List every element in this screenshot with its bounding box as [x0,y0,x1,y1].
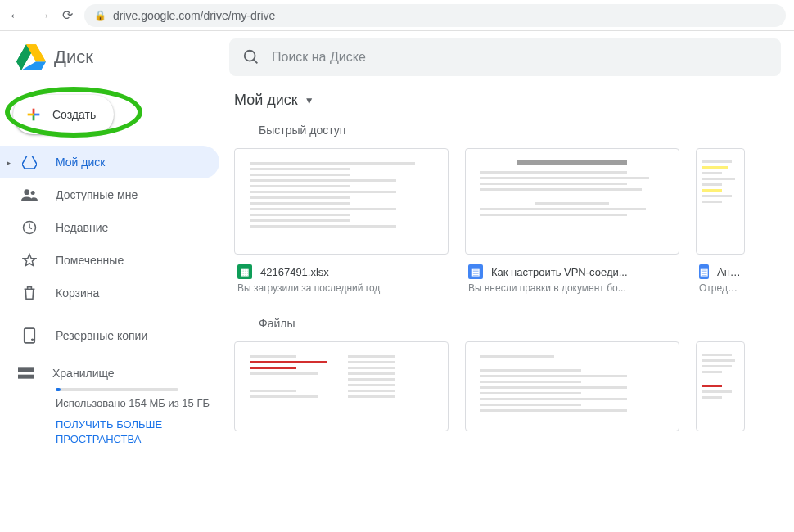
search-input[interactable]: Поиск на Диске [272,50,366,65]
sidebar: Создать ▸ Мой диск Доступные мне [0,83,229,532]
people-icon [21,188,38,201]
search-icon [242,48,260,66]
storage-section: Хранилище Использовано 154 МБ из 15 ГБ П… [0,362,229,448]
sidebar-item-shared[interactable]: Доступные мне [0,178,219,211]
expand-icon[interactable]: ▸ [7,158,11,167]
thumbnail [696,341,745,431]
sidebar-item-my-drive[interactable]: ▸ Мой диск [0,146,219,178]
reload-button[interactable]: ⟳ [62,7,73,23]
url-text: drive.google.com/drive/my-drive [113,9,275,22]
logo-area[interactable]: Диск [16,44,229,70]
docs-icon: ▤ [699,264,709,279]
thumbnail [696,148,745,255]
drive-icon [21,156,38,169]
storage-upgrade-link[interactable]: ПОЛУЧИТЬ БОЛЬШЕ ПРОСТРАНСТВА [56,417,213,447]
svg-point-10 [32,339,34,340]
file-card[interactable] [696,341,745,431]
sidebar-item-backups[interactable]: Резервные копии [0,319,219,352]
chevron-down-icon: ▼ [305,95,314,106]
quick-card[interactable]: ▤ Как настроить VPN-соеди... Вы внесли п… [465,148,679,294]
address-bar[interactable]: 🔒 drive.google.com/drive/my-drive [84,4,786,27]
svg-rect-12 [18,375,34,379]
thumbnail [234,341,449,431]
sidebar-item-label: Доступные мне [56,188,138,201]
main-content: Мой диск ▼ Быстрый доступ ▦ 42167491.xls… [229,83,794,532]
lock-icon: 🔒 [94,10,106,21]
sidebar-nav: ▸ Мой диск Доступные мне Недавние [0,146,229,309]
thumbnail [465,148,679,255]
quick-card[interactable]: ▦ 42167491.xlsx Вы загрузили за последни… [234,148,449,294]
star-icon [21,253,38,268]
card-name: 42167491.xlsx [260,266,329,278]
create-button[interactable]: Создать [13,95,114,134]
storage-used-text: Использовано 154 МБ из 15 ГБ [56,396,213,411]
svg-point-6 [24,189,29,195]
quick-access-cards: ▦ 42167491.xlsx Вы загрузили за последни… [229,148,794,294]
files-cards [229,341,794,431]
quick-card[interactable]: ▤ Андрои Отредактиро [696,148,745,294]
app-header: Диск Поиск на Диске [0,31,794,83]
drive-logo-icon [16,44,46,70]
sidebar-item-label: Недавние [56,221,108,234]
thumbnail [234,148,449,255]
storage-label: Хранилище [52,367,115,380]
sidebar-item-storage[interactable]: Хранилище [21,367,213,380]
breadcrumb-label: Мой диск [234,92,298,109]
sidebar-item-label: Резервные копии [56,329,147,342]
sidebar-nav-secondary: Резервные копии [0,319,229,352]
sidebar-item-trash[interactable]: Корзина [0,277,219,309]
sheets-icon: ▦ [237,264,252,279]
quick-access-title: Быстрый доступ [229,120,794,148]
search-bar[interactable]: Поиск на Диске [229,38,781,76]
card-name: Андрои [717,266,742,278]
card-subtitle: Вы внесли правки в документ бо... [465,282,679,294]
file-card[interactable] [234,341,449,431]
back-button[interactable]: ← [8,8,23,23]
card-subtitle: Вы загрузили за последний год [234,282,449,294]
sidebar-item-label: Мой диск [56,156,105,169]
browser-toolbar: ← → ⟳ 🔒 drive.google.com/drive/my-drive [0,0,794,31]
app-title: Диск [54,47,93,68]
docs-icon: ▤ [468,264,483,279]
svg-point-0 [245,51,255,61]
file-card[interactable] [465,341,679,431]
svg-point-7 [31,191,35,195]
svg-rect-11 [18,367,34,372]
forward-button[interactable]: → [36,8,51,23]
card-subtitle: Отредактиро [696,282,745,294]
clock-icon [21,220,38,235]
sidebar-item-starred[interactable]: Помеченные [0,244,219,277]
thumbnail [465,341,679,431]
card-name: Как настроить VPN-соеди... [491,266,628,278]
breadcrumb[interactable]: Мой диск ▼ [229,87,794,120]
storage-progress [56,388,178,391]
files-title: Файлы [229,313,794,341]
backup-icon [21,327,38,344]
storage-icon [18,367,34,379]
create-label: Создать [52,108,96,121]
sidebar-item-label: Корзина [56,286,99,300]
trash-icon [21,286,38,300]
svg-line-1 [254,60,258,64]
sidebar-item-recent[interactable]: Недавние [0,211,219,244]
sidebar-item-label: Помеченные [56,254,124,267]
plus-icon [25,106,43,124]
nav-arrows: ← → [8,8,51,23]
